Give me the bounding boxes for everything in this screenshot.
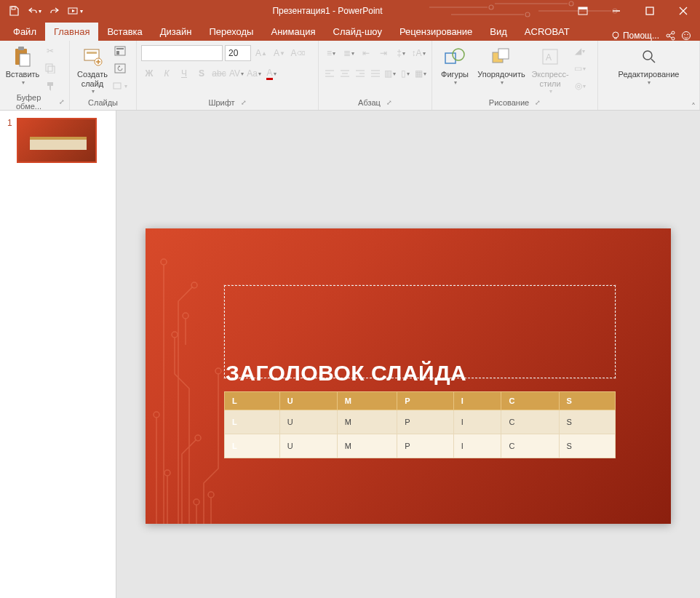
tab-animation[interactable]: Анимация xyxy=(262,23,324,41)
tab-view[interactable]: Вид xyxy=(481,23,516,41)
table-row[interactable]: L U M P I C S xyxy=(225,410,616,434)
table-cell[interactable]: I xyxy=(453,392,501,410)
columns-icon: ▥▾ xyxy=(383,65,397,81)
table-header-row[interactable]: L U M P I C S xyxy=(225,392,616,410)
quick-styles-button: A Экспресс-стили▾ xyxy=(530,44,570,96)
tab-file[interactable]: Файл xyxy=(4,23,45,41)
font-color-icon: A▾ xyxy=(263,65,279,81)
shapes-button[interactable]: Фигуры▾ xyxy=(437,44,473,87)
slide-canvas[interactable]: ЗАГОЛОВОК СЛАЙДА L U M P I C S L U M P I xyxy=(146,228,671,524)
quick-styles-label: Экспресс-стили xyxy=(531,70,569,88)
table-cell[interactable]: P xyxy=(397,434,453,458)
table-cell[interactable]: S xyxy=(559,434,615,458)
tell-me-label: Помощ... xyxy=(623,31,659,41)
group-font: A▲ A▼ A⌫ Ж К Ч S abc AV▾ Aa▾ A▾ Шрифт⤢ xyxy=(137,41,319,110)
table-cell[interactable]: U xyxy=(279,434,337,458)
font-dialog-launcher-icon[interactable]: ⤢ xyxy=(241,99,247,106)
save-icon[interactable] xyxy=(4,1,23,20)
lightbulb-icon xyxy=(611,31,620,40)
slide-title-text[interactable]: ЗАГОЛОВОК СЛАЙДА xyxy=(226,361,466,386)
grow-font-icon: A▲ xyxy=(253,45,269,61)
tab-acrobat[interactable]: ACROBAT xyxy=(516,23,578,41)
group-paragraph-label: Абзац xyxy=(358,98,381,107)
table-cell[interactable]: C xyxy=(501,392,559,410)
reset-icon[interactable] xyxy=(113,61,127,76)
thumbnail-number: 1 xyxy=(7,118,12,163)
table-cell[interactable]: S xyxy=(559,410,615,434)
drawing-dialog-launcher-icon[interactable]: ⤢ xyxy=(535,99,541,106)
group-paragraph: ≡▾ ≣▾ ⇤ ⇥ ‡▾ ↕A▾ ▥▾ xyxy=(319,41,432,110)
clear-formatting-icon: A⌫ xyxy=(290,45,306,61)
maximize-icon[interactable] xyxy=(633,0,667,22)
clipboard-dialog-launcher-icon[interactable]: ⤢ xyxy=(59,98,65,105)
table-cell[interactable]: L xyxy=(225,434,280,458)
table-cell[interactable]: M xyxy=(337,410,397,434)
editing-button[interactable]: Редактирование▾ xyxy=(613,44,685,87)
bullets-icon: ≡▾ xyxy=(323,45,339,61)
start-from-beginning-icon[interactable]: ▾ xyxy=(65,1,84,20)
tab-slideshow[interactable]: Слайд-шоу xyxy=(325,23,391,41)
font-name-input[interactable] xyxy=(141,45,223,61)
slide-table[interactable]: L U M P I C S L U M P I C S xyxy=(224,391,616,458)
svg-point-70 xyxy=(208,492,214,498)
slide-editor-area[interactable]: ЗАГОЛОВОК СЛАЙДА L U M P I C S L U M P I xyxy=(116,111,700,598)
table-cell[interactable]: I xyxy=(453,434,501,458)
arrange-button[interactable]: Упорядочить▾ xyxy=(475,44,528,87)
close-icon[interactable] xyxy=(667,0,700,22)
table-cell[interactable]: U xyxy=(279,410,337,434)
table-cell[interactable]: P xyxy=(397,410,453,434)
table-cell[interactable]: C xyxy=(501,434,559,458)
increase-indent-icon: ⇥ xyxy=(375,45,391,61)
svg-point-16 xyxy=(613,32,619,38)
svg-point-66 xyxy=(215,368,221,374)
svg-rect-3 xyxy=(578,7,587,9)
window-controls xyxy=(566,0,700,22)
svg-line-21 xyxy=(669,33,672,35)
workspace: 1 ЗА xyxy=(0,111,700,598)
table-cell[interactable]: M xyxy=(337,434,397,458)
table-row[interactable]: L U M P I C S xyxy=(225,434,616,458)
new-slide-button[interactable]: Создать слайд ▾ xyxy=(74,44,111,96)
share-icon[interactable] xyxy=(665,31,675,41)
table-cell[interactable]: M xyxy=(337,392,397,410)
svg-point-67 xyxy=(191,282,197,288)
minimize-icon[interactable] xyxy=(600,0,633,22)
table-cell[interactable]: L xyxy=(225,392,280,410)
layout-icon[interactable] xyxy=(113,44,127,58)
group-drawing-label: Рисование xyxy=(489,98,529,107)
svg-rect-39 xyxy=(116,51,119,55)
tab-home[interactable]: Главная xyxy=(45,23,98,41)
ribbon: Вставить ▾ ✂ Буфер обме...⤢ Создать с xyxy=(0,41,700,111)
table-cell[interactable]: L xyxy=(225,410,280,434)
strike-icon: abc xyxy=(211,65,227,81)
table-cell[interactable]: C xyxy=(501,410,559,434)
ribbon-display-options-icon[interactable] xyxy=(566,0,600,22)
svg-point-65 xyxy=(172,332,178,338)
svg-point-68 xyxy=(161,259,167,265)
window-title: Презентация1 - PowerPoint xyxy=(89,6,566,16)
tab-transitions[interactable]: Переходы xyxy=(200,23,262,41)
svg-point-25 xyxy=(687,34,688,36)
table-cell[interactable]: S xyxy=(559,392,615,410)
feedback-icon[interactable] xyxy=(681,31,691,41)
tell-me-button[interactable]: Помощ... xyxy=(611,31,659,41)
paste-button[interactable]: Вставить ▾ xyxy=(4,44,41,87)
svg-rect-29 xyxy=(46,64,52,71)
tab-review[interactable]: Рецензирование xyxy=(391,23,481,41)
table-cell[interactable]: I xyxy=(453,410,501,434)
redo-icon[interactable] xyxy=(45,1,64,20)
paste-label: Вставить xyxy=(6,70,40,79)
align-left-icon xyxy=(323,65,337,81)
undo-icon[interactable]: ▾ xyxy=(25,1,44,20)
slide-thumbnails-panel: 1 xyxy=(0,111,116,598)
slide-thumbnail-1[interactable] xyxy=(17,118,97,163)
tab-insert[interactable]: Вставка xyxy=(98,23,151,41)
paste-icon xyxy=(11,45,34,68)
paragraph-dialog-launcher-icon[interactable]: ⤢ xyxy=(386,99,392,106)
group-font-label: Шрифт xyxy=(208,98,234,107)
group-clipboard: Вставить ▾ ✂ Буфер обме...⤢ xyxy=(0,41,70,110)
table-cell[interactable]: P xyxy=(397,392,453,410)
font-size-input[interactable] xyxy=(225,45,251,61)
tab-design[interactable]: Дизайн xyxy=(151,23,201,41)
table-cell[interactable]: U xyxy=(279,392,337,410)
